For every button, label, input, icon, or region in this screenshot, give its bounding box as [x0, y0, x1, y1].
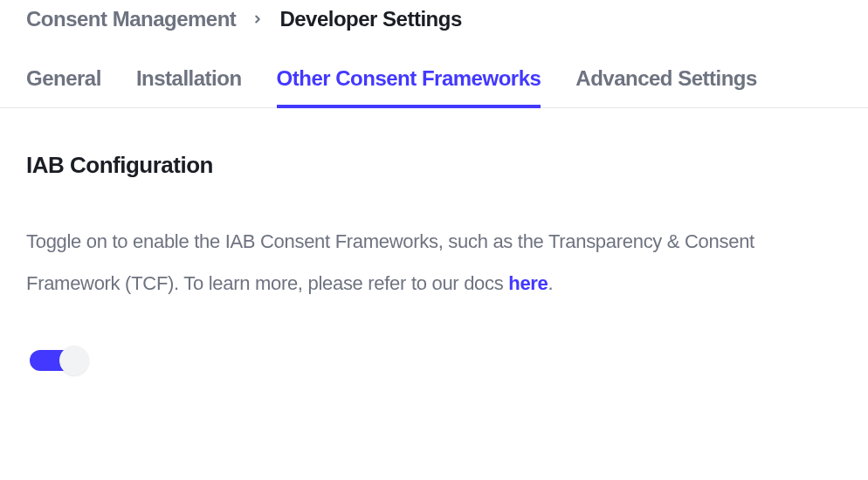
docs-link[interactable]: here: [508, 272, 548, 294]
section-desc-suffix: .: [548, 272, 554, 294]
chevron-right-icon: [251, 13, 264, 25]
breadcrumb-item-consent-management[interactable]: Consent Management: [26, 7, 236, 31]
section-desc-text: Toggle on to enable the IAB Consent Fram…: [26, 230, 754, 294]
tab-installation[interactable]: Installation: [136, 66, 242, 108]
toggle-wrap: [26, 348, 842, 374]
breadcrumb-item-developer-settings[interactable]: Developer Settings: [279, 7, 461, 31]
tab-general[interactable]: General: [26, 66, 101, 108]
tab-other-consent-frameworks[interactable]: Other Consent Frameworks: [277, 66, 541, 108]
toggle-knob: [59, 346, 89, 375]
content: IAB Configuration Toggle on to enable th…: [0, 108, 868, 374]
tab-advanced-settings[interactable]: Advanced Settings: [575, 66, 757, 108]
section-title: IAB Configuration: [26, 152, 842, 179]
tabs: General Installation Other Consent Frame…: [0, 66, 868, 108]
section-description: Toggle on to enable the IAB Consent Fram…: [26, 221, 786, 305]
iab-toggle[interactable]: [30, 348, 89, 374]
breadcrumb: Consent Management Developer Settings: [0, 0, 868, 31]
